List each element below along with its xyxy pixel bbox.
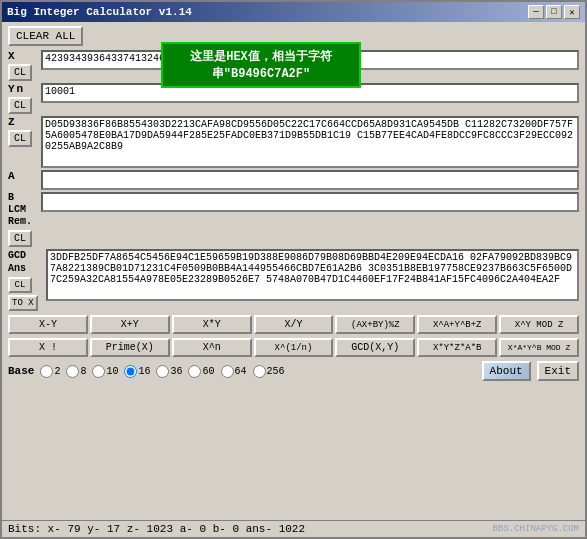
b-clear-button[interactable]: CL [8, 230, 32, 247]
minimize-button[interactable]: ─ [528, 5, 544, 19]
b-input[interactable] [41, 192, 579, 212]
z-label: Z [8, 116, 15, 128]
maximize-button[interactable]: □ [546, 5, 562, 19]
z-input[interactable]: D05D93836F86B8554303D2213CAFA98CD9556D05… [41, 116, 579, 168]
about-button[interactable]: About [482, 361, 531, 381]
window-title: Big Integer Calculator v1.14 [7, 6, 192, 18]
status-bar: Bits: x- 79 y- 17 z- 1023 a- 0 b- 0 ans-… [2, 520, 585, 537]
base-row: Base 2 8 10 16 36 60 [8, 361, 579, 381]
a-label: A [8, 170, 15, 182]
base-64-option[interactable]: 64 [221, 365, 247, 378]
gcd-ans-label: Ans [8, 262, 26, 275]
base-2-radio[interactable] [40, 365, 53, 378]
a-label-group: A [8, 170, 38, 182]
base-16-label: 16 [138, 366, 150, 377]
x-field-wrapper: 42393439364337413246 这里是HEX值，相当于字符 串"B94… [41, 50, 579, 70]
btn-gcd-xy[interactable]: GCD(X,Y) [335, 338, 415, 357]
btn-x-factorial[interactable]: X ! [8, 338, 88, 357]
buttons-row2: X ! Prime(X) X^n X^(1/n) GCD(X,Y) X*Y*Z*… [8, 338, 579, 357]
a-input[interactable] [41, 170, 579, 190]
gcd-field-row: GCD Ans CL TO X 3DDFB25DF7A8654C5456E94C… [8, 249, 579, 311]
base-60-option[interactable]: 60 [188, 365, 214, 378]
content-area: CLEAR ALL X CL 42393439364337413246 这里是H… [2, 22, 585, 520]
z-field-row: Z CL D05D93836F86B8554303D2213CAFA98CD95… [8, 116, 579, 168]
base-8-option[interactable]: 8 [66, 365, 86, 378]
btn-xy-mod-z[interactable]: X^Y MOD Z [499, 315, 579, 334]
base-8-radio[interactable] [66, 365, 79, 378]
z-label-group: Z CL [8, 116, 38, 147]
b-label-group: B LCM Rem. CL [8, 192, 38, 247]
a-field-wrapper [41, 170, 579, 190]
gcd-label-group: GCD Ans CL TO X [8, 249, 43, 311]
base-label: Base [8, 365, 34, 377]
status-text: Bits: x- 79 y- 17 z- 1023 a- 0 b- 0 ans-… [8, 523, 305, 535]
b-label: B [8, 192, 32, 204]
base-10-label: 10 [106, 366, 118, 377]
z-clear-button[interactable]: CL [8, 130, 32, 147]
btn-axby-modz[interactable]: (AX+BY)%Z [335, 315, 415, 334]
base-10-option[interactable]: 10 [92, 365, 118, 378]
hex-line2: 串"B9496C7A2F" [173, 65, 349, 82]
watermark: BBS.CHINAPYG.COM [493, 524, 579, 534]
btn-prime-x[interactable]: Prime(X) [90, 338, 170, 357]
base-64-label: 64 [235, 366, 247, 377]
btn-x-times-y[interactable]: X*Y [172, 315, 252, 334]
btn-x-root-n[interactable]: X^(1/n) [254, 338, 334, 357]
b-field-row: B LCM Rem. CL [8, 192, 579, 247]
buttons-row1: X-Y X+Y X*Y X/Y (AX+BY)%Z X^A+Y^B+Z X^Y … [8, 315, 579, 334]
main-window: Big Integer Calculator v1.14 ─ □ ✕ CLEAR… [0, 0, 587, 539]
btn-x-plus-y[interactable]: X+Y [90, 315, 170, 334]
btn-x-pow-n[interactable]: X^n [172, 338, 252, 357]
title-bar-buttons: ─ □ ✕ [528, 5, 580, 19]
title-bar: Big Integer Calculator v1.14 ─ □ ✕ [2, 2, 585, 22]
y-label-group: Y n CL [8, 83, 38, 114]
base-2-label: 2 [54, 366, 60, 377]
base-36-label: 36 [170, 366, 182, 377]
base-16-option[interactable]: 16 [124, 365, 150, 378]
btn-xa-yb-z[interactable]: X^A+Y^B+Z [417, 315, 497, 334]
base-36-option[interactable]: 36 [156, 365, 182, 378]
to-x-button[interactable]: TO X [8, 295, 38, 311]
hex-overlay: 这里是HEX值，相当于字符 串"B9496C7A2F" [161, 42, 361, 88]
btn-xayb-mod-z[interactable]: X*A*Y^B MOD Z [499, 338, 579, 357]
btn-x-minus-y[interactable]: X-Y [8, 315, 88, 334]
gcd-field-wrapper: 3DDFB25DF7A8654C5456E94C1E59659B19D388E9… [46, 249, 579, 301]
base-36-radio[interactable] [156, 365, 169, 378]
btn-xyz-ab[interactable]: X*Y*Z*A*B [417, 338, 497, 357]
clear-all-button[interactable]: CLEAR ALL [8, 26, 83, 46]
exit-button[interactable]: Exit [537, 361, 579, 381]
gcd-input[interactable]: 3DDFB25DF7A8654C5456E94C1E59659B19D388E9… [46, 249, 579, 301]
base-60-label: 60 [202, 366, 214, 377]
b-rem-label: Rem. [8, 216, 32, 228]
z-field-wrapper: D05D93836F86B8554303D2213CAFA98CD9556D05… [41, 116, 579, 168]
yn-label: n [17, 83, 24, 95]
x-label: X [8, 50, 15, 62]
a-field-row: A [8, 170, 579, 190]
b-lcm-label: LCM [8, 204, 32, 216]
close-button[interactable]: ✕ [564, 5, 580, 19]
base-60-radio[interactable] [188, 365, 201, 378]
x-field-row: X CL 42393439364337413246 这里是HEX值，相当于字符 … [8, 50, 579, 81]
y-label: Y [8, 83, 15, 95]
base-64-radio[interactable] [221, 365, 234, 378]
gcd-label: GCD [8, 249, 26, 262]
base-256-label: 256 [267, 366, 285, 377]
y-clear-button[interactable]: CL [8, 97, 32, 114]
base-2-option[interactable]: 2 [40, 365, 60, 378]
base-8-label: 8 [80, 366, 86, 377]
x-label-group: X CL [8, 50, 38, 81]
btn-x-div-y[interactable]: X/Y [254, 315, 334, 334]
gcd-clear-button[interactable]: CL [8, 277, 32, 293]
x-clear-button[interactable]: CL [8, 64, 32, 81]
base-10-radio[interactable] [92, 365, 105, 378]
b-field-wrapper [41, 192, 579, 212]
hex-line1: 这里是HEX值，相当于字符 [173, 48, 349, 65]
base-16-radio[interactable] [124, 365, 137, 378]
base-256-option[interactable]: 256 [253, 365, 285, 378]
base-256-radio[interactable] [253, 365, 266, 378]
